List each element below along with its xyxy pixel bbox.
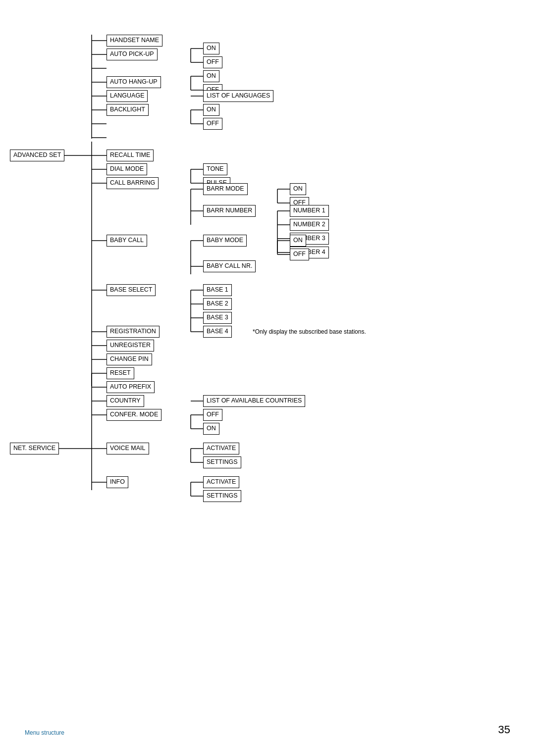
node-list-languages: LIST OF LANGUAGES [203,90,295,102]
node-language: LANGUAGE [107,90,159,102]
node-handset-name: HANDSET NAME [107,35,186,47]
node-reset: RESET [107,367,146,379]
node-list-countries: LIST OF AVAILABLE COUNTRIES [203,395,312,407]
node-change-pin: CHANGE PIN [107,353,166,365]
tree-diagram: HANDSET NAME AUTO PICK-UP AUTO HANG-UP L… [10,10,505,678]
node-base4: BASE 4 [203,326,243,338]
base-note: *Only display the subscribed base statio… [253,328,366,335]
node-base2: BASE 2 [203,298,243,310]
node-baby-off: OFF [290,249,317,260]
page-number: 35 [498,723,510,736]
node-registration: REGISTRATION [107,326,178,338]
node-base-select: BASE SELECT [107,284,171,296]
node-recall-time: RECALL TIME [107,150,176,161]
node-tone: TONE [203,163,238,175]
node-unregister: UNREGISTER [107,340,171,352]
node-dial-mode: DIAL MODE [107,163,163,175]
node-pickup-off: OFF [203,56,230,68]
node-auto-hangup: AUTO HANG-UP [107,76,183,88]
node-info: INFO [107,476,141,488]
node-pickup-on: ON [203,43,230,54]
node-advanced-set: ADVANCED SET [10,150,74,161]
node-net-service: NET. SERVICE [10,443,74,454]
node-backlight: BACKLIGHT [107,104,159,116]
node-barr-mode: BARR MODE [203,183,260,195]
node-vm-activate: ACTIVATE [203,443,253,454]
node-hangup-on: ON [203,70,230,82]
node-baby-call: BABY CALL [107,235,161,247]
node-num1: NUMBER 1 [290,205,339,217]
node-baby-mode: BABY MODE [203,235,260,247]
node-auto-prefix: AUTO PREFIX [107,381,166,393]
page-container: HANDSET NAME AUTO PICK-UP AUTO HANG-UP L… [0,0,535,756]
node-baby-on: ON [290,235,317,247]
node-base3: BASE 3 [203,312,243,324]
node-backlight-off: OFF [203,118,230,130]
node-country: COUNTRY [107,395,156,407]
node-info-activate: ACTIVATE [203,476,253,488]
node-call-barring: CALL BARRING [107,177,176,189]
node-baby-call-nr: BABY CALL NR. [203,260,272,272]
node-confer-off: OFF [203,409,230,421]
node-info-settings: SETTINGS [203,490,253,502]
node-voice-mail: VOICE MAIL [107,443,166,454]
footer-label: Menu structure [25,729,64,736]
node-barr-number: BARR NUMBER [203,205,270,217]
node-confer-on: ON [203,423,230,435]
node-backlight-on: ON [203,104,230,116]
node-num2: NUMBER 2 [290,219,339,231]
node-barr-on: ON [290,183,317,195]
node-vm-settings: SETTINGS [203,456,253,468]
node-confer-mode: CONFER. MODE [107,409,171,421]
node-base1: BASE 1 [203,284,243,296]
node-auto-pickup: AUTO PICK-UP [107,49,183,60]
